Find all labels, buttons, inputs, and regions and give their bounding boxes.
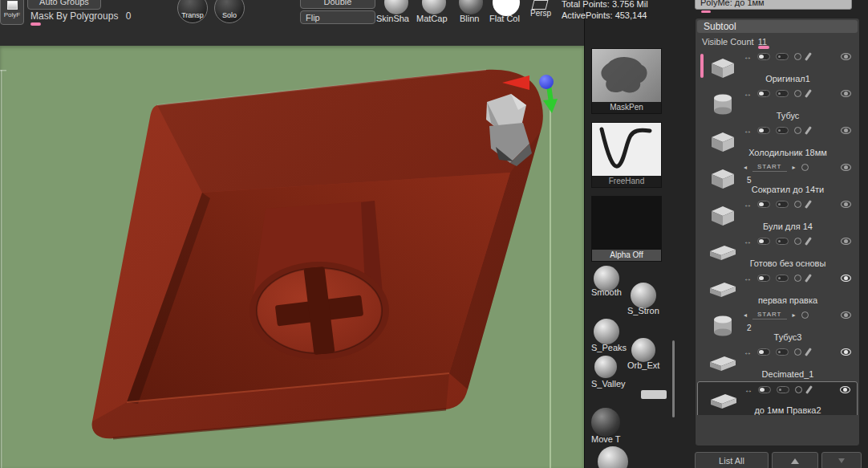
circle-toggle-icon[interactable] [794, 53, 801, 60]
move-arrows-icon[interactable]: ↔ [744, 238, 752, 246]
viewport-canvas[interactable] [0, 46, 584, 468]
active-tool-button[interactable]: PolyMe: до 1мм [695, 0, 852, 10]
toggle-pill-icon[interactable] [776, 201, 789, 208]
subtool-row[interactable]: ↔ Готово без основы [697, 234, 858, 271]
palette-scrollbar[interactable] [672, 340, 675, 417]
start-left-icon[interactable]: ◂ [744, 312, 747, 319]
visibility-eye-icon[interactable] [841, 127, 851, 134]
toggle-pill-icon[interactable] [776, 238, 789, 245]
active-brush-card[interactable]: MaskPen [591, 48, 662, 114]
move-arrows-icon[interactable]: ↔ [744, 127, 752, 135]
brush-toggle-icon[interactable] [805, 348, 812, 356]
toggle-pill-icon[interactable] [758, 386, 771, 393]
toggle-pill-icon[interactable] [777, 386, 789, 393]
material-sphere-matcap[interactable] [422, 0, 446, 14]
circle-toggle-icon[interactable] [794, 348, 801, 356]
brush-toggle-icon[interactable] [805, 52, 812, 61]
brush-orb-ext[interactable] [631, 338, 655, 362]
start-label[interactable]: START [752, 311, 786, 319]
brush-toggle-icon[interactable] [805, 274, 812, 283]
toggle-pill-icon[interactable] [776, 90, 789, 97]
circle-toggle-icon[interactable] [794, 201, 801, 208]
visibility-eye-icon[interactable] [841, 238, 851, 245]
toggle-pill-icon[interactable] [757, 275, 770, 282]
visibility-eye-icon[interactable] [841, 311, 851, 319]
move-arrows-icon[interactable]: ↔ [744, 53, 752, 61]
subtool-row[interactable]: ◂ START ▸ 2 Тубус3 [697, 307, 858, 344]
move-arrows-icon[interactable]: ↔ [744, 348, 752, 356]
subtool-row[interactable]: ◂ START ▸ 5 Сократил до 14ти [697, 160, 858, 197]
toggle-pill-icon[interactable] [776, 348, 789, 356]
start-right-icon[interactable]: ▸ [793, 312, 796, 319]
subtool-row[interactable]: ↔ Холодильник 18мм [697, 123, 858, 160]
move-subtool-down-button[interactable] [821, 452, 862, 468]
persp-button[interactable]: Persp [530, 9, 551, 18]
subtool-row[interactable]: ↔ Тубус [697, 86, 858, 123]
transp-button[interactable]: Transp [177, 0, 208, 23]
subtool-row[interactable]: ↔ Оригинал1 [697, 49, 858, 86]
move-arrows-icon[interactable]: ↔ [744, 275, 752, 283]
subtool-scroll-indicator[interactable] [700, 54, 704, 78]
move-arrows-icon[interactable]: ↔ [744, 201, 752, 209]
circle-toggle-icon[interactable] [794, 238, 801, 245]
circle-toggle-icon[interactable] [795, 386, 802, 393]
flatcolor-label: Flat Col [489, 14, 520, 23]
toggle-pill-icon[interactable] [757, 348, 770, 356]
brush-partial-thumb[interactable] [641, 390, 667, 399]
brush-toggle-icon[interactable] [805, 237, 812, 246]
subtool-title: Subtool [704, 21, 736, 32]
visibility-eye-icon[interactable] [841, 275, 851, 282]
visibility-eye-icon[interactable] [841, 164, 851, 171]
toggle-pill-icon[interactable] [776, 53, 789, 60]
move-arrows-icon[interactable]: ↔ [744, 90, 752, 98]
double-button[interactable]: Double [300, 0, 375, 9]
subtool-row[interactable]: ↔ первая правка [697, 271, 858, 307]
brush-s-valley[interactable] [594, 356, 617, 378]
toggle-pill-icon[interactable] [757, 238, 770, 245]
start-label[interactable]: START [752, 163, 786, 172]
auto-groups-button[interactable]: Auto Groups [27, 0, 101, 10]
subtool-row[interactable]: ↔ Були для 14 [697, 197, 858, 234]
move-subtool-up-button[interactable] [772, 452, 818, 468]
move-arrows-icon[interactable]: ↔ [744, 386, 752, 394]
brush-toggle-icon[interactable] [805, 126, 812, 135]
toggle-pill-icon[interactable] [757, 201, 770, 208]
circle-toggle-icon[interactable] [794, 127, 801, 134]
toggle-pill-icon[interactable] [776, 127, 789, 134]
solo-button[interactable]: Solo [214, 0, 245, 23]
circle-toggle-icon[interactable] [801, 164, 809, 171]
brush-toggle-icon[interactable] [805, 200, 812, 209]
stroke-card[interactable]: FreeHand [591, 122, 662, 188]
visibility-eye-icon[interactable] [840, 386, 850, 393]
visibility-eye-icon[interactable] [841, 53, 851, 60]
brush-toggle-icon[interactable] [805, 385, 813, 394]
flip-button[interactable]: Flip [300, 10, 375, 24]
toggle-pill-icon[interactable] [757, 127, 770, 134]
toggle-pill-icon[interactable] [757, 53, 770, 60]
circle-toggle-icon[interactable] [794, 275, 801, 282]
keycap-model[interactable] [0, 46, 584, 468]
visibility-eye-icon[interactable] [841, 201, 851, 208]
alpha-card[interactable]: Alpha Off [591, 196, 662, 262]
material-sphere-blinn[interactable] [459, 0, 483, 14]
toggle-pill-icon[interactable] [776, 275, 789, 282]
brush-s-stron[interactable] [631, 283, 656, 308]
polyframe-button[interactable]: PolyF [0, 0, 24, 25]
circle-toggle-icon[interactable] [794, 90, 801, 97]
material-sphere-skinshade[interactable] [384, 0, 408, 14]
list-all-button[interactable]: List All [695, 452, 769, 468]
start-left-icon[interactable]: ◂ [744, 165, 747, 171]
brush-partial-sphere[interactable] [598, 446, 628, 468]
visibility-eye-icon[interactable] [841, 348, 851, 356]
mask-by-polygroups[interactable]: Mask By Polygroups 0 [30, 10, 131, 22]
toggle-pill-icon[interactable] [757, 90, 770, 97]
subtool-row[interactable]: ↔ Decimated_1 [697, 344, 858, 381]
start-right-icon[interactable]: ▸ [793, 165, 796, 171]
circle-toggle-icon[interactable] [801, 311, 809, 319]
brush-move[interactable] [591, 408, 620, 437]
brush-toggle-icon[interactable] [805, 89, 812, 98]
subtool-header[interactable]: Subtool [697, 20, 858, 33]
subtool-row-selected[interactable]: ↔ до 1мм Правка2 [697, 381, 858, 415]
brush-s-peaks[interactable] [594, 319, 619, 344]
visibility-eye-icon[interactable] [841, 90, 851, 97]
